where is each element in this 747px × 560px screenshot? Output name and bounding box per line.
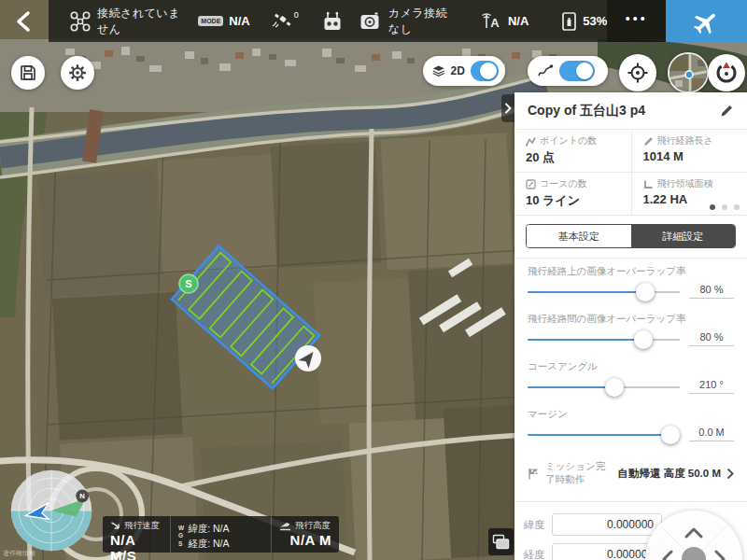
compass-icon <box>714 61 739 85</box>
panel-collapse-button[interactable] <box>501 94 514 122</box>
stats-pager-dots[interactable] <box>710 204 740 210</box>
chevron-right-icon <box>726 468 734 480</box>
slider-value[interactable]: 80 % <box>689 331 734 346</box>
map-layer-button[interactable] <box>488 528 514 555</box>
settings-tabs: 基本設定 詳細設定 <box>526 224 736 248</box>
app-window: S 接続されていません MODE N/A <box>0 0 747 560</box>
save-mission-button[interactable] <box>11 56 45 90</box>
remote-controller-icon <box>321 10 344 33</box>
slider-value[interactable]: 0.0 M <box>689 427 734 441</box>
speed-arrow-icon <box>110 521 120 531</box>
mode-value: N/A <box>229 14 249 28</box>
back-chevron-icon <box>19 13 28 30</box>
pager-dot <box>722 204 727 210</box>
waypoints-icon <box>526 136 536 147</box>
gear-icon <box>67 63 88 83</box>
svg-text:S: S <box>185 278 191 289</box>
slider-thumb[interactable] <box>634 330 653 349</box>
svg-text:A: A <box>490 16 500 30</box>
battery-value: 53% <box>583 14 607 28</box>
compass-reset-button[interactable] <box>708 54 745 91</box>
mission-title: Copy of 五台山3 p4 <box>528 103 720 119</box>
minimap-thumbnail[interactable] <box>668 52 709 93</box>
aircraft-icon <box>69 10 92 33</box>
save-icon <box>19 63 37 82</box>
map-location-marker[interactable] <box>295 345 321 371</box>
mission-settings-panel: Copy of 五台山3 p4 ポイントの数 20 点 <box>514 92 747 560</box>
slider-margin: マージン 0.0 M <box>528 401 734 449</box>
locate-crosshair-icon <box>627 62 649 84</box>
slider-front-overlap: 飛行経路上の画像オーバーラップ率 80 % <box>528 259 734 306</box>
edit-title-button[interactable] <box>720 104 734 118</box>
slider-thumb[interactable] <box>661 426 680 444</box>
signal-value: N/A <box>508 14 529 28</box>
slider-thumb[interactable] <box>605 378 624 397</box>
telemetry-speed: 飛行速度 N/A M/S <box>103 516 170 553</box>
collapse-chevron-icon <box>506 105 511 113</box>
status-bar: 接続されていません MODE N/A 0 <box>49 0 666 42</box>
slider-value[interactable]: 210 ° <box>689 379 734 394</box>
slider-value[interactable]: 80 % <box>689 284 734 299</box>
gps-satellite-icon <box>271 11 293 32</box>
altitude-icon <box>279 521 291 531</box>
courses-icon <box>526 179 536 189</box>
2d-toggle[interactable] <box>471 61 499 81</box>
flight-path-toggle-pill <box>528 56 608 86</box>
transmission-signal-icon: A <box>481 11 503 32</box>
pencil-icon <box>720 104 734 118</box>
tab-advanced-settings[interactable]: 詳細設定 <box>631 225 736 247</box>
pager-dot <box>710 204 715 210</box>
telemetry-bar: 飛行速度 N/A M/S WGS 緯度: N/A 経度: N/A 飛行高度 N/… <box>103 516 339 553</box>
route-icon <box>537 63 554 78</box>
map-2d-toggle-pill: 2D <box>423 56 505 86</box>
nudge-dpad[interactable] <box>642 508 745 560</box>
airplane-icon <box>693 7 721 35</box>
settings-button[interactable] <box>61 56 94 90</box>
slider-thumb[interactable] <box>636 283 655 301</box>
telemetry-longitude: 経度: N/A <box>188 537 229 552</box>
stat-path-length: 飛行経路長さ 1014 M <box>631 130 747 172</box>
mission-stats: ポイントの数 20 点 飛行経路長さ 1014 M <box>514 130 747 216</box>
stat-courses: コースの数 10 ライン <box>514 172 631 215</box>
back-button[interactable] <box>9 7 39 36</box>
north-badge: N <box>76 489 89 502</box>
slider-course-angle: コースアングル 210 ° <box>528 354 734 401</box>
more-button[interactable]: ••• <box>607 0 666 42</box>
2d-label: 2D <box>451 64 465 77</box>
attitude-compass-widget[interactable]: N <box>8 468 94 553</box>
pager-dot <box>734 204 740 210</box>
map-copyright-watermark: 著作権情報 <box>3 549 35 558</box>
mission-end-action-row[interactable]: ミッション完了時動作 自動帰還 高度 50.0 M <box>514 449 747 496</box>
aircraft-status-text: 接続されていません <box>97 6 185 37</box>
gps-count: 0 <box>294 10 299 20</box>
locate-button[interactable] <box>619 54 656 91</box>
latitude-label: 緯度 <box>524 518 546 532</box>
path-length-icon <box>643 136 654 147</box>
mode-badge: MODE <box>198 16 223 26</box>
start-marker[interactable]: S <box>179 274 198 293</box>
layers-icon <box>432 63 445 78</box>
more-dots-icon: ••• <box>626 12 648 31</box>
area-icon <box>643 179 654 189</box>
telemetry-wgs: WGS 緯度: N/A 経度: N/A <box>170 516 271 553</box>
longitude-label: 経度 <box>524 548 546 560</box>
camera-status-text: カメラ接続なし <box>388 6 457 37</box>
stat-waypoints: ポイントの数 20 点 <box>514 130 631 172</box>
slider-side-overlap: 飛行経路間の画像オーバーラップ率 80 % <box>528 306 734 354</box>
flight-path-toggle[interactable] <box>559 61 595 81</box>
telemetry-altitude: 飛行高度 N/A M <box>271 516 339 553</box>
telemetry-latitude: 緯度: N/A <box>188 522 229 537</box>
coordinates-section: 緯度 経度 <box>514 502 747 560</box>
tab-basic-settings[interactable]: 基本設定 <box>527 225 631 247</box>
takeoff-button[interactable] <box>666 0 747 42</box>
finish-flag-icon <box>528 468 540 480</box>
camera-icon <box>359 11 381 32</box>
battery-icon <box>560 10 579 33</box>
map-layers-icon <box>492 534 510 550</box>
svg-text:N: N <box>79 492 85 500</box>
